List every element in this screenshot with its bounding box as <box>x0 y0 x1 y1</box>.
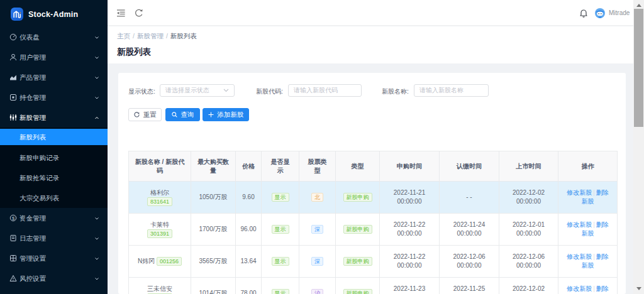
svg-text:$: $ <box>12 215 15 221</box>
